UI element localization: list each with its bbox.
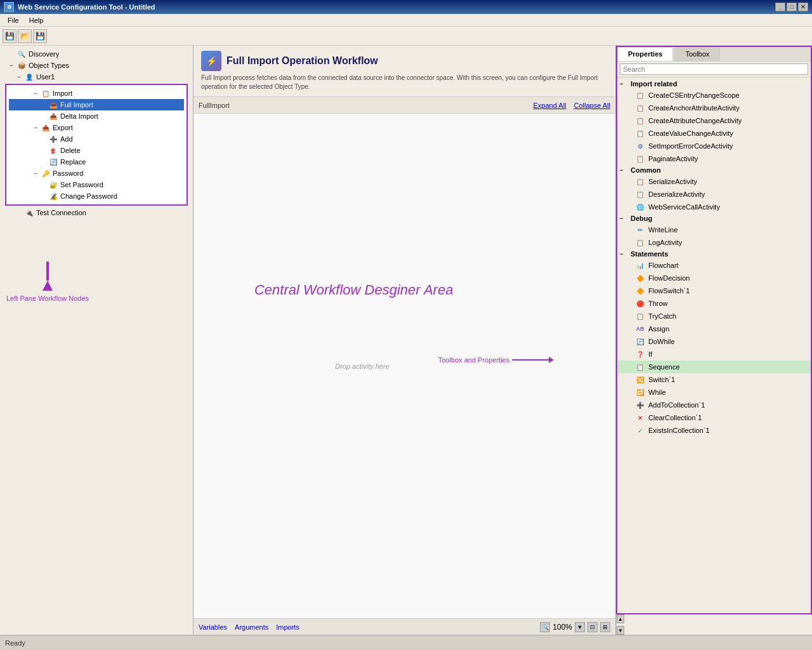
toolbar-btn-2[interactable]: 📂 — [18, 29, 32, 43]
rt-item-addtocollection[interactable]: ➕ AddToCollection`1 — [617, 399, 811, 411]
tree-item-import[interactable]: − 📋 Import — [9, 88, 184, 99]
maximize-button[interactable]: □ — [787, 3, 797, 11]
tree-label-delete: Delete — [60, 147, 81, 154]
expand-statements[interactable]: − — [620, 251, 629, 257]
rt-item-trycatch[interactable]: 📋 TryCatch — [617, 310, 811, 322]
tree-label-fullimport: Full Import — [60, 101, 93, 109]
status-bar: Ready — [0, 635, 812, 650]
tree-item-export[interactable]: − 📤 Export — [9, 122, 184, 133]
expand-import[interactable]: − — [30, 88, 41, 98]
rt-item-serialize[interactable]: 📋 SerializeActivity — [617, 175, 811, 188]
expand-common[interactable]: − — [620, 167, 629, 173]
menu-help[interactable]: Help — [24, 15, 49, 25]
minimize-button[interactable]: _ — [775, 3, 785, 11]
rt-item-while[interactable]: 🔁 While — [617, 386, 811, 399]
arguments-button[interactable]: Arguments — [235, 623, 268, 631]
zoom-fit-icon[interactable]: ⊡ — [587, 622, 598, 632]
tab-properties[interactable]: Properties — [617, 47, 673, 61]
group-header-debug[interactable]: − Debug — [617, 213, 811, 223]
zoom-full-icon[interactable]: ⊞ — [600, 622, 610, 632]
expand-user1[interactable]: − — [14, 72, 24, 82]
rt-item-flowchart[interactable]: 📊 Flowchart — [617, 259, 811, 272]
collapse-all-button[interactable]: Collapse All — [574, 102, 610, 109]
group-import-related: − Import related 📋 CreateCSEntryChangeSc… — [617, 79, 811, 165]
tree-item-discovery[interactable]: 🔍 Discovery — [0, 48, 193, 60]
expand-password[interactable]: − — [30, 168, 41, 178]
toolbar-btn-1[interactable]: 💾 — [3, 29, 16, 43]
rt-item-createcsentry[interactable]: 📋 CreateCSEntryChangeScope — [617, 89, 811, 102]
group-header-common[interactable]: − Common — [617, 165, 811, 175]
tree-item-objecttypes[interactable]: − 📦 Object Types — [0, 60, 193, 71]
rt-item-flowdecision[interactable]: 🔶 FlowDecision — [617, 272, 811, 284]
tree-item-add[interactable]: ➕ Add — [9, 133, 184, 145]
scroll-down-arrow[interactable]: ▼ — [617, 626, 624, 635]
rt-item-clearcollection[interactable]: ✕ ClearCollection`1 — [617, 411, 811, 424]
expand-export[interactable]: − — [30, 123, 41, 133]
expand-objecttypes[interactable]: − — [6, 60, 16, 70]
rt-item-flowswitch[interactable]: 🔶 FlowSwitch`1 — [617, 284, 811, 297]
close-button[interactable]: ✕ — [798, 3, 808, 11]
rt-item-sequence[interactable]: 📋 Sequence — [617, 361, 811, 373]
rt-item-paginate[interactable]: 📋 PaginateActivity — [617, 152, 811, 165]
scroll-up-arrow[interactable]: ▲ — [617, 614, 624, 623]
rt-item-createattribute[interactable]: 📋 CreateAttributeChangeActivity — [617, 114, 811, 127]
add-icon: ➕ — [48, 134, 58, 144]
rt-label-serialize: SerializeActivity — [648, 178, 697, 185]
expand-import-related[interactable]: − — [620, 81, 629, 87]
tree-item-deltaimport[interactable]: 📥 Delta Import — [9, 110, 184, 122]
expand-deltaimport — [38, 111, 48, 121]
expand-discovery[interactable] — [6, 49, 16, 59]
rt-item-if[interactable]: ❓ If — [617, 348, 811, 361]
rt-item-switch[interactable]: 🔀 Switch`1 — [617, 373, 811, 386]
rt-item-existsincollection[interactable]: ✓ ExistsInCollection`1 — [617, 424, 811, 437]
right-scrollbar[interactable]: ▲ ▼ — [616, 614, 624, 635]
rt-item-createanchor[interactable]: 📋 CreateAnchorAttributeActivity — [617, 102, 811, 114]
group-statements: − Statements 📊 Flowchart 🔶 FlowDecision … — [617, 249, 811, 437]
tab-toolbox[interactable]: Toolbox — [674, 47, 720, 61]
tree-item-setpassword[interactable]: 🔐 Set Password — [9, 179, 184, 190]
tree-label-password: Password — [53, 169, 83, 177]
drop-hint: Drop activity here — [335, 362, 390, 370]
rt-label-createvalue: CreateValueChangeActivity — [648, 129, 733, 137]
expand-all-button[interactable]: Expand All — [534, 102, 566, 109]
objecttypes-icon: 📦 — [16, 60, 27, 70]
rt-item-webservice[interactable]: 🌐 WebServiceCallActivity — [617, 201, 811, 213]
tree-item-changepassword[interactable]: 🔏 Change Password — [9, 190, 184, 202]
menu-file[interactable]: File — [3, 15, 24, 25]
tree-item-password[interactable]: − 🔑 Password — [9, 168, 184, 179]
group-header-statements[interactable]: − Statements — [617, 249, 811, 259]
tree-label-changepassword: Change Password — [60, 192, 117, 200]
workflow-canvas[interactable]: Central Workflow Desginer Area Drop acti… — [193, 114, 615, 618]
createattribute-icon: 📋 — [635, 116, 645, 126]
export-icon: 📤 — [41, 123, 51, 133]
rt-item-writeline[interactable]: ✏ WriteLine — [617, 223, 811, 236]
rt-item-createvalue[interactable]: 📋 CreateValueChangeActivity — [617, 127, 811, 140]
testconnection-icon: 🔌 — [24, 208, 34, 218]
rt-item-throw[interactable]: 🔴 Throw — [617, 297, 811, 310]
tree-label-user1: User1 — [36, 73, 55, 81]
imports-button[interactable]: Imports — [276, 623, 299, 631]
rt-item-dowhile[interactable]: 🔄 DoWhile — [617, 335, 811, 348]
search-input[interactable] — [620, 63, 808, 75]
rt-item-assign[interactable]: AB Assign — [617, 322, 811, 335]
rt-label-createcsentry: CreateCSEntryChangeScope — [648, 91, 740, 99]
title-bar: ⚙ Web Service Configuration Tool - Untit… — [0, 0, 812, 14]
expand-debug[interactable]: − — [620, 215, 629, 222]
rt-item-logactivity[interactable]: 📋 LogActivity — [617, 236, 811, 249]
toolbar-btn-3[interactable]: 💾 — [33, 29, 47, 43]
tree-item-testconnection[interactable]: 🔌 Test Connection — [0, 207, 193, 218]
tree-label-setpassword: Set Password — [60, 181, 103, 189]
tree-item-delete[interactable]: 🗑 Delete — [9, 145, 184, 156]
logactivity-icon: 📋 — [635, 237, 645, 248]
tree-item-replace[interactable]: 🔄 Replace — [9, 156, 184, 168]
variables-button[interactable]: Variables — [199, 623, 227, 631]
tree-item-fullimport[interactable]: 📥 Full Import — [9, 99, 184, 110]
rt-label-dowhile: DoWhile — [648, 338, 675, 345]
zoom-dropdown-icon[interactable]: ▼ — [575, 622, 585, 632]
rt-item-deserialize[interactable]: 📋 DeserializeActivity — [617, 188, 811, 201]
group-header-import-related[interactable]: − Import related — [617, 79, 811, 89]
rt-item-setimporterror[interactable]: ⚙ SetImportErrorCodeActivity — [617, 140, 811, 152]
tree-item-user1[interactable]: − 👤 User1 — [0, 71, 193, 83]
delete-icon: 🗑 — [48, 145, 58, 156]
workflow-header: ⚡ Full Import Operation Workflow Full Im… — [193, 46, 615, 97]
